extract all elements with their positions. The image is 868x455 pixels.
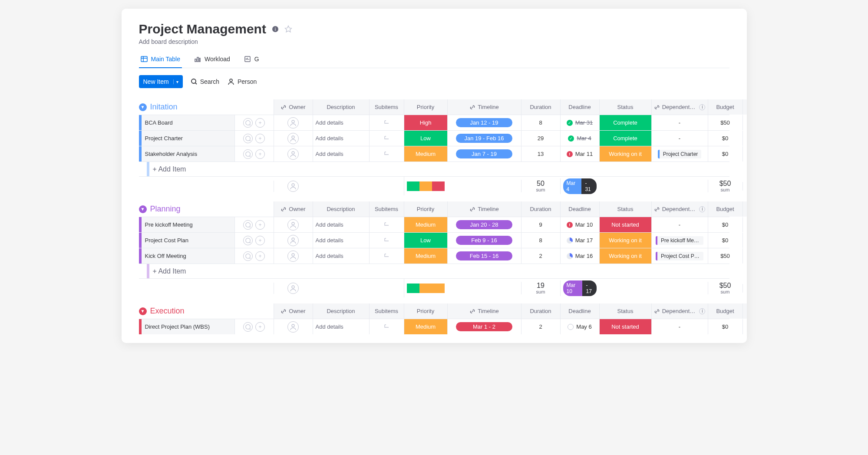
column-header[interactable]: Deliverables [743,303,747,319]
person-filter-button[interactable]: Person [227,78,257,86]
timeline-cell[interactable]: Jan 19 - Feb 16 [447,131,521,146]
chat-icon[interactable] [243,236,253,245]
subitems-icon[interactable] [383,323,390,330]
column-header[interactable]: Owner [274,201,313,217]
chat-icon[interactable] [243,149,253,159]
dependent-cell[interactable]: Project Charter [651,146,708,162]
dependent-cell[interactable]: Pre kickoff Mee… [651,233,708,248]
item-name-cell[interactable]: BCA Board [139,115,234,130]
subitems-icon[interactable] [383,151,390,158]
timeline-cell[interactable]: Feb 9 - 16 [447,233,521,248]
subitems-icon[interactable] [383,119,390,126]
priority-cell[interactable]: Medium [404,248,447,264]
dependent-cell[interactable]: - [651,319,708,334]
avatar-icon[interactable] [287,148,299,160]
column-header[interactable]: Deadline [560,303,599,319]
budget-cell[interactable]: $0 [708,233,743,248]
chat-cell[interactable]: + [234,131,274,146]
duration-cell[interactable]: 9 [521,217,560,232]
column-header[interactable]: Dependent…i [651,303,708,319]
description-cell[interactable]: Add details [313,146,369,162]
item-name-cell[interactable]: Kick Off Meeting [139,248,234,264]
subitems-cell[interactable] [369,319,404,334]
column-header[interactable]: Priority [404,201,447,217]
status-cell[interactable]: Not started [599,217,651,232]
column-header[interactable]: Deliverables [743,201,747,217]
deadline-cell[interactable]: !Mar 10 [560,217,599,232]
subitems-icon[interactable] [383,253,390,260]
budget-cell[interactable]: $0 [708,146,743,162]
table-row[interactable]: BCA Board + Add details High [139,115,729,130]
new-item-button[interactable]: New Item ▾ [139,75,183,88]
subitems-cell[interactable] [369,233,404,248]
priority-cell[interactable]: High [404,115,447,130]
avatar-icon[interactable] [287,321,299,333]
dependency-chip[interactable]: Pre kickoff Mee… [656,236,703,245]
add-icon[interactable]: + [255,220,265,230]
deliverables-cell[interactable]: 📄 [743,115,747,130]
avatar-icon[interactable] [287,235,299,246]
column-header[interactable]: Deliverables [743,99,747,115]
status-cell[interactable]: Complete [599,131,651,146]
subitems-icon[interactable] [383,221,390,228]
avatar-icon[interactable] [287,251,299,262]
status-cell[interactable]: Not started [599,319,651,334]
tab-main-table[interactable]: Main Table [139,53,182,68]
collapse-icon[interactable]: ▼ [139,307,147,315]
deliverables-cell[interactable]: 📄 [743,146,747,162]
owner-cell[interactable] [274,248,313,264]
avatar-icon[interactable] [287,117,299,129]
column-header[interactable]: Status [599,303,651,319]
budget-cell[interactable]: $0 [708,319,743,334]
subitems-cell[interactable] [369,131,404,146]
owner-cell[interactable] [274,115,313,130]
description-cell[interactable]: Add details [313,115,369,130]
chat-icon[interactable] [243,134,253,143]
tab-workload[interactable]: Workload [192,53,232,68]
item-name[interactable]: Project Charter [145,135,234,142]
board-description[interactable]: Add board description [139,38,729,45]
priority-cell[interactable]: Low [404,233,447,248]
column-header[interactable]: Priority [404,99,447,115]
add-icon[interactable]: + [255,251,265,261]
column-header[interactable]: Timeline [447,303,521,319]
column-header[interactable]: Description [313,99,369,115]
dependency-chip[interactable]: Project Charter [658,150,702,158]
deadline-cell[interactable]: ✓Mar 4 [560,131,599,146]
chat-cell[interactable]: + [234,319,274,334]
info-icon[interactable]: i [699,206,705,212]
group-title[interactable]: ▼ Planning [139,204,234,214]
collapse-icon[interactable]: ▼ [139,103,147,111]
status-cell[interactable]: Working on it [599,248,651,264]
duration-cell[interactable]: 13 [521,146,560,162]
owner-cell[interactable] [274,233,313,248]
status-cell[interactable]: Working on it [599,146,651,162]
deliverables-cell[interactable]: 📄 [743,233,747,248]
column-header[interactable]: Owner [274,99,313,115]
item-name-cell[interactable]: Project Cost Plan [139,233,234,248]
chat-icon[interactable] [243,118,253,128]
avatar-icon[interactable] [287,133,299,144]
table-row[interactable]: Stakeholder Analysis + Add details [139,146,729,162]
search-button[interactable]: Search [191,78,219,85]
column-header[interactable]: Description [313,201,369,217]
column-header[interactable]: Description [313,303,369,319]
chat-icon[interactable] [243,322,253,332]
deliverables-cell[interactable] [743,217,747,232]
duration-cell[interactable]: 29 [521,131,560,146]
timeline-cell[interactable]: Jan 12 - 19 [447,115,521,130]
timeline-cell[interactable]: Jan 20 - 28 [447,217,521,232]
column-header[interactable]: Status [599,99,651,115]
deadline-cell[interactable]: Mar 16 [560,248,599,264]
add-icon[interactable]: + [255,322,265,332]
chat-icon[interactable] [243,251,253,261]
dependent-cell[interactable]: - [651,131,708,146]
column-header[interactable]: Subitems [369,99,404,115]
column-header[interactable]: Subitems [369,201,404,217]
group-title[interactable]: ▼ Initation [139,102,234,112]
favorite-star-icon[interactable] [284,25,292,33]
add-icon[interactable]: + [255,134,265,143]
chat-icon[interactable] [243,220,253,230]
add-icon[interactable]: + [255,236,265,245]
item-name-cell[interactable]: Pre kickoff Meeting [139,217,234,232]
